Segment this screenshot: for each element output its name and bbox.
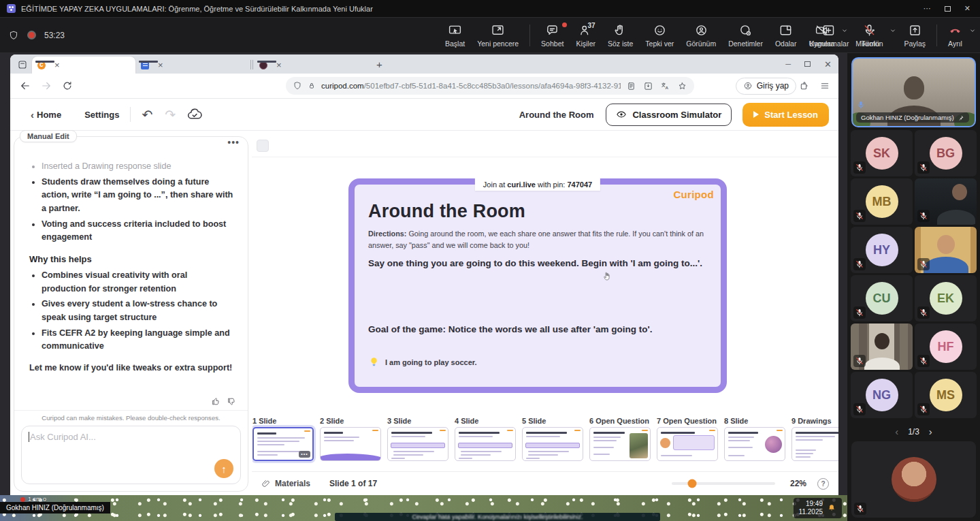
slide-thumbnail[interactable] <box>522 427 583 461</box>
translate-icon[interactable]: A <box>660 81 670 91</box>
browser-tab[interactable]: Designer | Around the Room× <box>32 57 135 74</box>
participant-avatar-tile[interactable]: SK <box>851 130 913 176</box>
slide-goal[interactable]: Goal of the game: Notice the words we al… <box>368 324 712 334</box>
pager-prev-icon[interactable]: ‹ <box>895 426 898 437</box>
participant-avatar-tile[interactable]: HF <box>915 323 977 370</box>
slide-thumbnail[interactable] <box>657 427 718 461</box>
browser-minimize-icon[interactable]: ─ <box>785 60 791 68</box>
address-bar[interactable]: curipod.com/501efbd7-cbf5-51d1-8a41-5c8c… <box>286 77 694 95</box>
back-icon[interactable] <box>19 80 31 92</box>
titlebar-more-icon[interactable]: ⋯ <box>924 4 931 13</box>
slide-strip-item[interactable]: 4 Slide <box>455 417 516 466</box>
strip-collapse-chevron-icon[interactable] <box>536 403 546 413</box>
zoom-slider[interactable] <box>672 482 775 485</box>
speaker-video-tile[interactable]: Gokhan HINIZ (Doğrulanmamış) <box>851 57 976 127</box>
slide-strip-item[interactable]: 7 Open Question <box>657 417 718 466</box>
toolbar-view[interactable]: Görünüm <box>680 18 722 52</box>
install-app-icon[interactable] <box>643 81 653 91</box>
slide-thumbnail[interactable] <box>589 427 651 461</box>
reader-mode-icon[interactable] <box>626 81 636 91</box>
extensions-icon[interactable] <box>799 80 810 91</box>
slide-thumbnail[interactable] <box>455 427 516 461</box>
new-tab-button[interactable]: + <box>376 59 382 70</box>
assistant-menu-icon[interactable]: ••• <box>227 137 240 148</box>
tab-close-icon[interactable]: × <box>276 61 282 69</box>
zoom-slider-knob[interactable] <box>688 479 697 488</box>
recording-indicator-icon[interactable] <box>27 31 36 40</box>
slide-title[interactable]: Around the Room <box>368 201 525 222</box>
toolbar-chat[interactable]: Sohbet <box>535 18 570 52</box>
slide-strip-item[interactable]: 9 Drawings <box>791 417 838 466</box>
slide-example[interactable]: I am going to play soccer. <box>368 356 476 368</box>
security-shield-icon[interactable] <box>8 30 19 41</box>
tabstrip-chevron-icon[interactable] <box>764 60 772 68</box>
thumbs-down-icon[interactable] <box>227 396 237 407</box>
slide-thumbnail[interactable]: ••• <box>252 427 314 461</box>
titlebar-close-icon[interactable]: ✕ <box>964 4 970 13</box>
taskbar-clock[interactable]: 19:4911.2025 <box>794 498 842 518</box>
forward-icon[interactable] <box>40 80 52 92</box>
browser-signin-button[interactable]: Giriş yap <box>736 78 796 95</box>
undo-icon[interactable]: ↶ <box>142 107 152 123</box>
browser-menu-icon[interactable] <box>819 80 830 91</box>
thumbs-up-icon[interactable] <box>211 396 221 407</box>
help-button[interactable]: ? <box>817 478 829 490</box>
classroom-simulator-button[interactable]: Classroom Simulator <box>606 104 732 126</box>
tab-close-icon[interactable]: × <box>158 61 163 69</box>
site-shield-icon[interactable] <box>293 81 302 91</box>
participant-avatar-tile[interactable]: MB <box>851 178 913 225</box>
participant-avatar-tile[interactable]: NG <box>851 372 913 418</box>
ask-curipod-input[interactable]: Ask Curipod AI... ↑ <box>21 426 241 484</box>
slide-strip-item[interactable]: 6 Open Question <box>589 417 651 466</box>
browser-tab[interactable]: FLAI MOOC: Foreign Language× <box>254 57 368 74</box>
participant-avatar-tile[interactable]: EK <box>915 275 977 321</box>
home-button[interactable]: ‹Home <box>31 109 61 121</box>
slide-strip-item[interactable]: 8 Slide <box>724 417 785 466</box>
slide-canvas[interactable]: Join at curi.live with pin: 747047 Curip… <box>348 178 727 393</box>
chevron-down-icon[interactable] <box>889 27 896 34</box>
chevron-down-icon[interactable] <box>841 27 848 34</box>
tab-search-icon[interactable] <box>17 59 28 70</box>
bottom-video-tile[interactable] <box>851 441 976 518</box>
settings-button[interactable]: Settings <box>84 110 119 120</box>
slide-thumbnail[interactable] <box>387 427 448 461</box>
slide-strip-item[interactable]: 2 Slide <box>320 417 381 466</box>
titlebar-maximize-icon[interactable] <box>945 6 951 12</box>
refresh-icon[interactable] <box>61 80 74 92</box>
slide-strip-item[interactable]: 3 Slide <box>387 417 448 466</box>
toolbar-screen-share[interactable]: Başlat <box>439 18 471 52</box>
tab-close-icon[interactable]: × <box>54 61 60 69</box>
slide-thumbnail[interactable] <box>724 427 785 461</box>
start-lesson-button[interactable]: Start Lesson <box>742 103 829 127</box>
redo-icon[interactable]: ↷ <box>165 107 176 123</box>
chevron-down-icon[interactable] <box>969 27 976 34</box>
browser-tab[interactable]: Giriş Seviyesi Klavuz - Google D× <box>135 57 250 74</box>
slide-directions[interactable]: Directions: Going around the room, we ea… <box>368 228 712 251</box>
materials-button[interactable]: Materials <box>261 479 310 488</box>
toolbar-raise-hand[interactable]: Söz iste <box>602 18 639 52</box>
participant-avatar-tile[interactable]: BG <box>915 130 977 176</box>
toolbar-leave[interactable]: Ayrıl <box>942 23 968 48</box>
browser-close-icon[interactable]: ✕ <box>824 59 832 69</box>
lock-icon[interactable] <box>307 81 316 91</box>
slide-prompt[interactable]: Say one thing you are going to do this w… <box>368 258 712 268</box>
participant-avatar-tile[interactable]: MS <box>915 372 977 418</box>
participant-video-tile[interactable] <box>851 323 913 370</box>
toolbar-participants[interactable]: 37Kişiler <box>570 18 602 52</box>
toolbar-mic-off[interactable]: Mikrofon <box>849 23 889 48</box>
pager-next-icon[interactable]: › <box>929 426 932 437</box>
send-button[interactable]: ↑ <box>214 459 233 478</box>
bookmark-star-icon[interactable] <box>677 81 687 91</box>
canvas-tool-square[interactable] <box>257 140 269 152</box>
slide-strip-item[interactable]: 5 Slide <box>522 417 583 466</box>
slide-thumbnail[interactable] <box>791 427 838 461</box>
toolbar-reactions[interactable]: Tepki ver <box>639 18 680 52</box>
participant-avatar-tile[interactable]: CU <box>851 275 913 321</box>
toolbar-breakout-rooms[interactable]: Odalar <box>769 18 803 52</box>
toolbar-host-tools[interactable]: Denetimler <box>722 18 769 52</box>
browser-maximize-icon[interactable] <box>804 61 811 67</box>
pin-icon[interactable] <box>958 114 964 121</box>
toolbar-new-window[interactable]: Yeni pencere <box>471 18 525 52</box>
toolbar-share-screen[interactable]: Paylaş <box>898 23 932 48</box>
slide-thumbnail[interactable] <box>320 427 381 461</box>
